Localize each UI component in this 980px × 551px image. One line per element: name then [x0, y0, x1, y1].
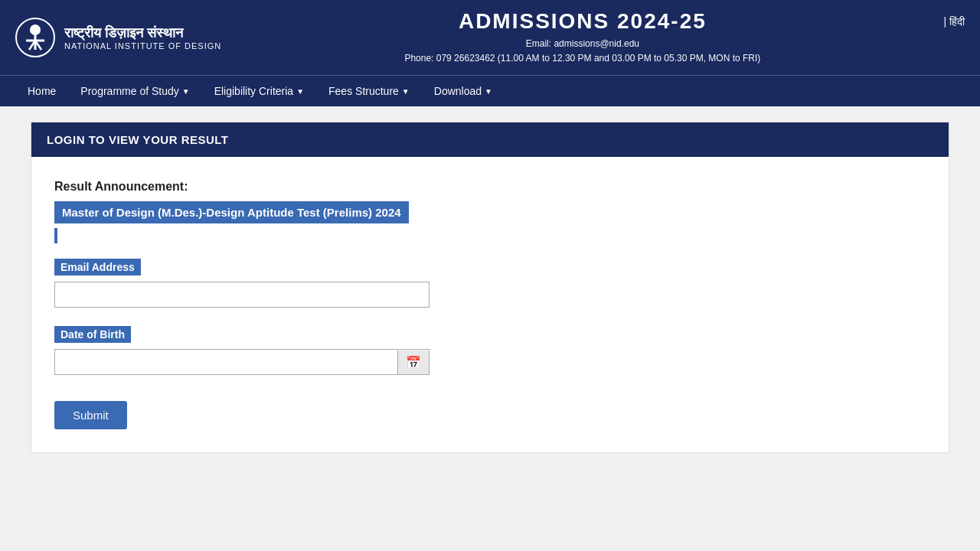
- phone-label: Phone:: [404, 53, 433, 64]
- nav-programme-label: Programme of Study: [80, 85, 178, 97]
- dob-input[interactable]: [55, 350, 397, 374]
- hindi-link[interactable]: | हिंदी: [943, 9, 965, 28]
- email-form-group: Email Address: [54, 259, 926, 308]
- header: राष्ट्रीय डिज़ाइन संस्थान NATIONAL INSTI…: [0, 0, 980, 106]
- nav-fees[interactable]: Fees Structure ▼: [316, 76, 422, 106]
- nav-programme-arrow: ▼: [182, 87, 190, 96]
- nav-download[interactable]: Download ▼: [422, 76, 505, 106]
- nav-eligibility[interactable]: Eligibility Criteria ▼: [202, 76, 316, 106]
- phone-contact: Phone: 079 26623462 (11.00 AM to 12.30 P…: [221, 51, 943, 66]
- dob-input-wrapper: 📅: [54, 349, 430, 375]
- svg-point-1: [30, 24, 41, 35]
- logo-hindi: राष्ट्रीय डिज़ाइन संस्थान: [64, 25, 221, 41]
- main-content: LOGIN TO VIEW YOUR RESULT Result Announc…: [0, 106, 980, 468]
- email-label: Email:: [526, 38, 551, 49]
- dob-form-group: Date of Birth 📅: [54, 326, 926, 375]
- card-header: LOGIN TO VIEW YOUR RESULT: [31, 122, 949, 157]
- nav-programme[interactable]: Programme of Study ▼: [68, 76, 201, 106]
- calendar-button[interactable]: 📅: [397, 350, 429, 374]
- email-input[interactable]: [54, 282, 430, 308]
- login-card: LOGIN TO VIEW YOUR RESULT Result Announc…: [31, 122, 949, 453]
- nav-home[interactable]: Home: [15, 76, 68, 106]
- logo-text: राष्ट्रीय डिज़ाइन संस्थान NATIONAL INSTI…: [64, 25, 221, 51]
- nav-fees-arrow: ▼: [402, 87, 410, 96]
- phone-value: 079 26623462 (11.00 AM to 12.30 PM and 0…: [436, 53, 761, 64]
- nav-eligibility-arrow: ▼: [296, 87, 304, 96]
- card-body: Result Announcement: Master of Design (M…: [31, 157, 949, 452]
- navbar: Home Programme of Study ▼ Eligibility Cr…: [0, 75, 980, 106]
- nav-home-label: Home: [28, 85, 56, 97]
- result-announcement-label: Result Announcement:: [54, 180, 926, 194]
- blue-bar-decoration: [54, 228, 57, 243]
- header-top: राष्ट्रीय डिज़ाइन संस्थान NATIONAL INSTI…: [0, 0, 980, 75]
- email-value: admissions@nid.edu: [554, 38, 639, 49]
- nav-download-arrow: ▼: [485, 87, 492, 96]
- email-label: Email Address: [54, 259, 141, 276]
- email-contact: Email: admissions@nid.edu: [221, 37, 943, 51]
- nav-eligibility-label: Eligibility Criteria: [214, 85, 293, 97]
- submit-button[interactable]: Submit: [54, 401, 127, 429]
- result-title: Master of Design (M.Des.)-Design Aptitud…: [54, 201, 409, 223]
- logo-english: NATIONAL INSTITUTE OF DESIGN: [64, 41, 221, 51]
- admissions-title: ADMISSIONS 2024-25: [221, 9, 943, 34]
- dob-label: Date of Birth: [54, 326, 131, 343]
- nav-fees-label: Fees Structure: [328, 85, 399, 97]
- logo-area: राष्ट्रीय डिज़ाइन संस्थान NATIONAL INSTI…: [15, 18, 221, 57]
- header-center: ADMISSIONS 2024-25 Email: admissions@nid…: [221, 9, 943, 66]
- nid-logo-icon: [15, 18, 55, 57]
- nav-download-label: Download: [434, 85, 482, 97]
- contact-info: Email: admissions@nid.edu Phone: 079 266…: [221, 37, 943, 66]
